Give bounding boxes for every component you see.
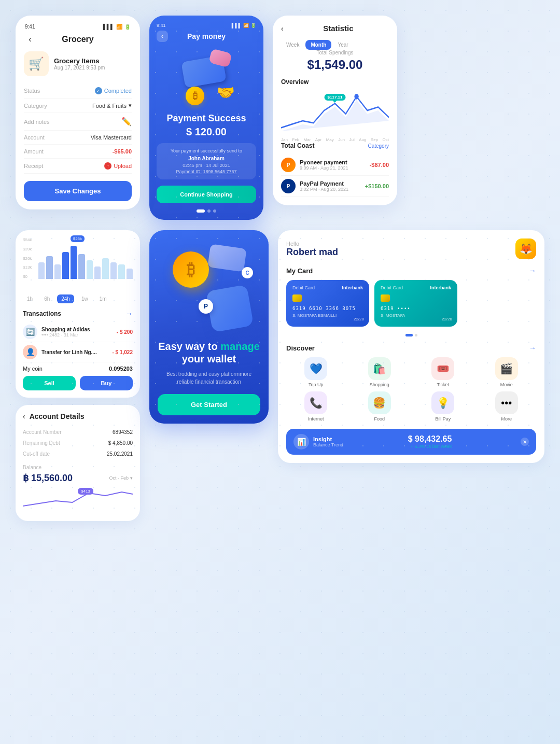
time-tabs[interactable]: 1h 6h 24h 1w 1m [23,294,133,303]
pay-back-button[interactable]: ‹ [157,31,168,42]
status-row: Status ✓ Completed [24,83,132,99]
balance-period: Oct - Feb ▾ [109,475,133,481]
card-chip-2 [381,294,390,302]
recipient-name[interactable]: John Abraham [162,156,251,161]
category-dropdown[interactable]: Category [368,143,389,149]
ticket-icon: 🎟️ [431,357,454,380]
wallet-3d-box [206,285,254,333]
my-card-arrow[interactable]: → [529,266,536,275]
shopping-icon: 🛍️ [368,357,391,380]
more-icon: ••• [495,391,518,414]
insight-bar: 📊 Insight Balance Trend $ 98,432.65 + 6.… [286,429,536,455]
card-dots-nav [286,334,536,336]
tab-1w[interactable]: 1w [77,294,92,303]
insight-close-button[interactable]: ✕ [521,438,529,446]
left-bottom-column: $54k $39k $26k $13k $0 $26k [16,230,140,521]
debit-card-1[interactable]: Debit Card Interbank 6319 6610 3366 8075… [286,280,369,327]
discover-grid[interactable]: 💙 Top Up 🛍️ Shopping 🎟️ Ticket 🎬 Movie 📞 [286,357,536,422]
coin-buttons[interactable]: Sell Buy [23,376,133,390]
notes-edit-icon[interactable]: ✏️ [121,117,132,127]
discover-billpay[interactable]: 💡 Bill Pay [413,391,473,422]
grocery-screen: 9:41 ▌▌▌ 📶 🔋 ‹ Grocery 🛒 Grocery Items A… [16,16,140,209]
trading-chart: $54k $39k $26k $13k $0 $26k [23,237,133,289]
balance-badge: $413 [78,488,93,495]
wallet-headline: Easy way to manageyour wallet [158,340,260,365]
buy-button[interactable]: Buy [80,376,133,390]
grocery-title: Grocery [62,35,93,44]
dot-1 [197,209,205,213]
tab-24h[interactable]: 24h [57,294,74,303]
debit-card-2[interactable]: Debit Card Interbank 6319 •••• S. MOSTAF… [374,280,457,327]
bar-5-highlight: $26k [71,246,77,279]
bars-container: $26k [38,237,133,279]
upload-icon: ↑ [104,162,111,170]
bar-12 [127,269,133,279]
tab-1h[interactable]: 1h [23,294,37,303]
discover-food[interactable]: 🍔 Food [350,391,410,422]
payment-id: Payment ID: 1898 5645 7767 [162,169,251,174]
bar-3 [54,264,61,279]
completed-dot: ✓ [95,87,102,94]
wallet-subtitle: Best trodding and easy platformmore reli… [158,370,260,386]
pay-3d-graphic: ₿ 🤝 [178,48,235,105]
wallet-illustration: ₿ P C [158,238,260,332]
discover-ticket[interactable]: 🎟️ Ticket [413,357,473,387]
c-float-icon: C [242,267,253,278]
svg-point-0 [354,94,358,100]
grocery-item-date: Aug 17, 2021 9:53 pm [54,65,105,71]
user-avatar: 🦊 [515,238,536,259]
balance-section: Balance ฿ 15,560.00 Oct - Feb ▾ $413 [23,465,133,514]
hello-row: Hello Robert mad 🦊 [286,238,536,259]
category-value[interactable]: Food & Fruits ▾ [92,102,132,109]
save-changes-button[interactable]: Save Changes [24,181,132,201]
pay-status-bar: 9:41 ▌▌▌ 📶 🔋 [157,23,256,28]
bitcoin-coin-graphic: ₿ [186,87,204,105]
discover-header: Discover → [286,344,536,352]
discover-more[interactable]: ••• More [477,391,537,422]
paypal-float-icon: P [199,299,213,314]
wallet-3d-scene: ₿ P C [162,241,256,329]
tab-month[interactable]: Month [305,40,331,50]
notes-row[interactable]: Add notes ✏️ [24,113,132,131]
transactions-header: Transactions → [23,310,133,318]
dashboard-screen: Hello Robert mad 🦊 My Card → Debit Card … [278,230,544,463]
status-bar: 9:41 ▌▌▌ 📶 🔋 [24,24,132,30]
tab-1m[interactable]: 1m [95,294,111,303]
discover-shopping[interactable]: 🛍️ Shopping [350,357,410,387]
handshake-icon: 🤝 [217,84,235,101]
payment-item-paypal: P PayPal Payment 3:02 PM · Aug 20, 2021 … [281,176,389,197]
stat-header: ‹ Statistic [281,24,389,33]
bar-11 [118,264,124,279]
discover-topup[interactable]: 💙 Top Up [286,357,346,387]
tab-year[interactable]: Year [332,40,353,50]
tab-week[interactable]: Week [281,40,304,50]
discover-internet[interactable]: 📞 Internet [286,391,346,422]
grocery-icon: 🛒 [24,51,49,76]
account-back-button[interactable]: ‹ [23,412,25,420]
continue-shopping-button[interactable]: Continue Shopping [157,186,256,203]
y-axis-labels: $54k $39k $26k $13k $0 [23,237,32,279]
total-coast-header: Total Coast Category [281,142,389,149]
chart-bubble: $117.11 [325,94,346,101]
trading-chart-card: $54k $39k $26k $13k $0 $26k [16,230,140,398]
transactions-arrow[interactable]: → [125,310,133,318]
billpay-icon: 💡 [431,391,454,414]
sell-button[interactable]: Sell [23,376,76,390]
discover-arrow[interactable]: → [529,344,536,352]
receipt-row[interactable]: Receipt ↑ Upload [24,159,132,174]
cards-slider[interactable]: Debit Card Interbank 6319 6610 3366 8075… [286,280,536,327]
tx-icon-adidas: 🔄 [23,325,37,339]
upload-button[interactable]: ↑ Upload [104,162,132,170]
statistic-screen: ‹ Statistic Week Month Year Total Spendi… [273,16,397,205]
grocery-back-button[interactable]: ‹ [24,33,36,46]
discover-movie[interactable]: 🎬 Movie [477,357,537,387]
dot-2 [207,209,211,213]
payment-datetime: 02:45 pm · 14 Jul 2021 [162,163,251,168]
get-started-button[interactable]: Get Started [158,394,260,415]
tab-6h[interactable]: 6h [40,294,54,303]
period-tabs[interactable]: Week Month Year [281,40,389,50]
category-row[interactable]: Category Food & Fruits ▾ [24,99,132,113]
status-completed: ✓ Completed [95,87,132,94]
stat-back-button[interactable]: ‹ [281,24,284,33]
internet-icon: 📞 [304,391,327,414]
